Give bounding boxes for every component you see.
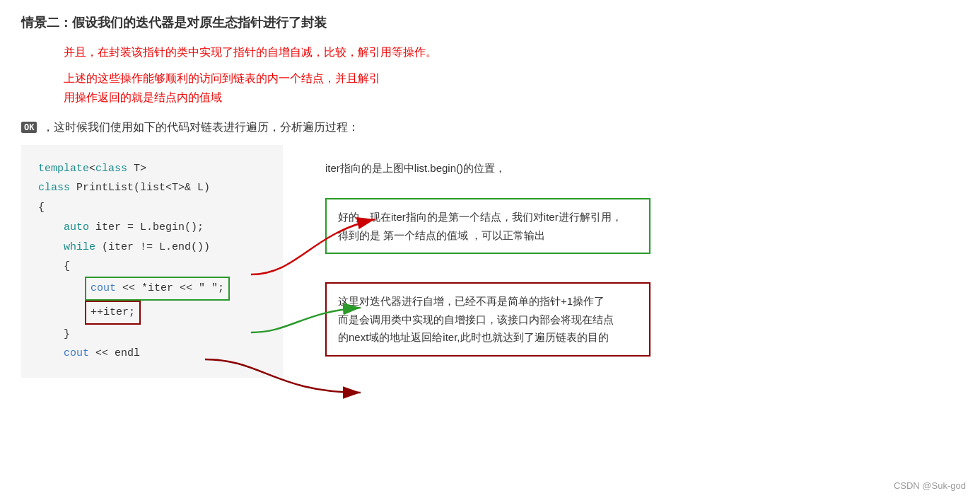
annotation-red-box: 这里对迭代器进行自增，已经不再是简单的指针+1操作了 而是会调用类中实现的自增接… bbox=[325, 282, 651, 357]
watermark: CSDN @Suk-god bbox=[894, 480, 966, 491]
para2: 上述的这些操作能够顺利的访问到链表的内一个结点，并且解引 用操作返回的就是结点内… bbox=[64, 69, 959, 107]
code-block: template<class T> class PrintList(list<T… bbox=[21, 145, 283, 378]
ok-badge: OK bbox=[21, 122, 37, 133]
annotation-top: iter指向的是上图中list.begin()的位置， bbox=[325, 159, 959, 178]
scenario-title: 情景二：假设我们的迭代器是对原生态指针进行了封装 bbox=[21, 14, 959, 31]
ok-text: ，这时候我们使用如下的代码对链表进行遍历，分析遍历过程： bbox=[42, 120, 359, 135]
para1: 并且，在封装该指针的类中实现了指针的自增自减，比较，解引用等操作。 bbox=[64, 42, 959, 62]
annotation-green-box: 好的，现在iter指向的是第一个结点，我们对iter进行解引用， 得到的是 第一… bbox=[325, 198, 651, 254]
